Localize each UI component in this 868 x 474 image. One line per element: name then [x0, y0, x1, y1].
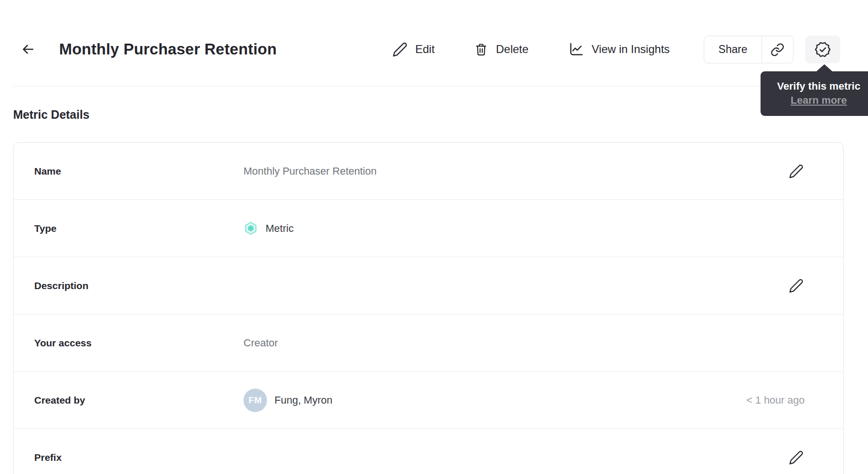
avatar: FM	[244, 389, 267, 412]
row-label: Description	[34, 280, 244, 291]
row-label: Type	[34, 223, 244, 234]
row-label: Name	[34, 166, 244, 177]
detail-row-access: Your access Creator	[14, 314, 843, 372]
verify-metric-button[interactable]	[805, 36, 840, 63]
row-value: Creator	[244, 337, 805, 349]
pencil-icon	[392, 42, 408, 57]
creator-name: Fung, Myron	[274, 394, 333, 406]
share-button[interactable]: Share	[704, 36, 762, 63]
delete-button[interactable]: Delete	[474, 41, 528, 57]
pencil-icon	[789, 450, 804, 465]
type-value: Metric	[266, 222, 294, 235]
tooltip-arrow	[816, 64, 833, 72]
detail-row-type: Type Metric	[14, 200, 843, 257]
pencil-icon	[789, 164, 804, 179]
page-title: Monthly Purchaser Retention	[59, 40, 277, 58]
back-button[interactable]	[20, 41, 37, 58]
view-in-insights-label: View in Insights	[592, 43, 670, 56]
trash-icon	[474, 42, 488, 57]
copy-link-button[interactable]	[761, 36, 793, 63]
header-divider	[13, 86, 868, 86]
link-icon	[770, 43, 784, 57]
metric-hexagon-icon	[244, 221, 258, 236]
detail-row-created-by: Created by FM Fung, Myron < 1 hour ago	[14, 372, 843, 429]
delete-label: Delete	[496, 43, 528, 56]
tooltip-title: Verify this metric	[777, 80, 860, 92]
arrow-left-icon	[21, 42, 36, 57]
view-in-insights-button[interactable]: View in Insights	[568, 41, 670, 57]
edit-description-button[interactable]	[788, 277, 805, 294]
edit-prefix-button[interactable]	[788, 449, 805, 466]
share-label: Share	[718, 43, 747, 56]
pencil-icon	[789, 278, 804, 293]
detail-row-name: Name Monthly Purchaser Retention	[14, 143, 843, 200]
edit-label: Edit	[415, 43, 434, 56]
detail-row-prefix: Prefix	[14, 429, 843, 474]
section-title: Metric Details	[13, 108, 90, 122]
learn-more-link[interactable]: Learn more	[791, 94, 847, 107]
row-label: Your access	[34, 337, 244, 349]
verified-badge-icon	[814, 41, 831, 58]
created-timestamp: < 1 hour ago	[746, 394, 805, 406]
metric-details-card: Name Monthly Purchaser Retention Type	[13, 142, 844, 474]
line-chart-icon	[568, 41, 584, 58]
detail-row-description: Description	[14, 257, 843, 314]
edit-button[interactable]: Edit	[392, 41, 434, 57]
row-value: Monthly Purchaser Retention	[244, 165, 788, 177]
verify-tooltip: Verify this metric Learn more	[761, 71, 868, 116]
share-button-group: Share	[704, 36, 793, 63]
row-label: Prefix	[34, 452, 244, 463]
row-label: Created by	[34, 395, 244, 406]
edit-name-button[interactable]	[788, 163, 805, 180]
